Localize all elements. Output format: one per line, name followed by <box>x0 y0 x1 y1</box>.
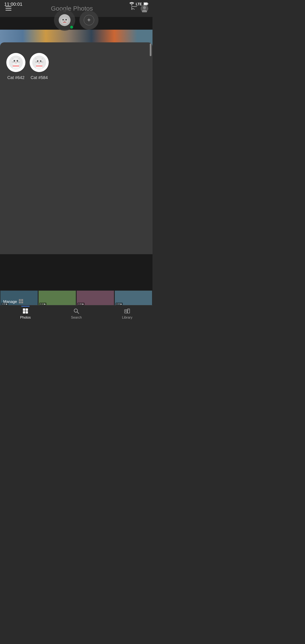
svg-rect-21 <box>13 64 19 69</box>
status-icons: LTE <box>130 2 148 6</box>
svg-rect-50 <box>23 308 25 311</box>
cat-item-584[interactable]: Cat #584 <box>30 53 49 80</box>
svg-point-29 <box>17 60 18 61</box>
svg-point-44 <box>41 60 41 61</box>
bottom-navigation: Photos Search Libra <box>0 305 152 322</box>
cat-label-584: Cat #584 <box>30 75 48 80</box>
svg-rect-22 <box>13 66 19 66</box>
svg-text:+: + <box>87 16 91 23</box>
status-time: 11:00:01 <box>4 2 22 7</box>
svg-point-16 <box>64 21 65 22</box>
svg-point-11 <box>61 17 68 23</box>
nav-item-photos[interactable]: Photos <box>16 306 35 322</box>
svg-point-26 <box>14 60 15 62</box>
wifi-icon <box>130 2 134 6</box>
svg-point-30 <box>16 62 16 62</box>
nav-label-search: Search <box>71 316 82 320</box>
scroll-indicator <box>150 44 152 56</box>
dropdown-panel: Cat #642 <box>0 42 152 254</box>
cat-fab[interactable] <box>54 10 75 31</box>
cat-items-list: Cat #642 <box>4 49 148 84</box>
svg-rect-53 <box>26 311 28 314</box>
status-bar: 11:00:01 LTE <box>0 0 152 8</box>
nav-item-library[interactable]: Library <box>118 306 136 322</box>
battery-icon <box>144 2 148 6</box>
manage-icon <box>19 299 23 304</box>
strip-thumb-2: 0:15 ▶ <box>38 291 76 306</box>
photos-icon <box>22 308 28 315</box>
svg-rect-52 <box>23 311 25 314</box>
manage-text: Manage <box>3 300 17 304</box>
svg-point-15 <box>66 19 67 20</box>
nav-label-photos: Photos <box>20 316 31 320</box>
cat-item-642[interactable]: Cat #642 <box>6 53 26 80</box>
cat-label-642: Cat #642 <box>7 75 24 80</box>
svg-point-41 <box>37 60 38 62</box>
svg-point-43 <box>38 60 38 61</box>
svg-point-28 <box>14 60 15 61</box>
svg-rect-2 <box>144 3 147 5</box>
svg-line-55 <box>77 312 79 314</box>
strip-thumb-4: 0:05 ▶ <box>115 291 152 306</box>
svg-rect-1 <box>148 3 148 4</box>
strip-thumb-3: 0:05 ▶ <box>77 291 114 306</box>
svg-rect-66 <box>21 302 23 303</box>
svg-point-42 <box>40 60 42 62</box>
search-icon <box>73 308 79 315</box>
nav-item-search[interactable]: Search <box>67 306 86 322</box>
library-icon <box>124 308 130 315</box>
svg-point-14 <box>62 19 64 20</box>
cat-avatar-584 <box>30 53 49 72</box>
notification-dot <box>70 25 74 29</box>
add-fab-button[interactable]: + <box>80 10 98 30</box>
cat-avatar-642 <box>6 53 26 72</box>
svg-point-45 <box>39 62 40 62</box>
svg-rect-64 <box>21 299 23 301</box>
lte-label: LTE <box>136 2 142 6</box>
svg-rect-63 <box>19 299 21 301</box>
nav-label-library: Library <box>122 316 132 320</box>
svg-rect-36 <box>36 64 42 69</box>
svg-rect-65 <box>19 302 21 303</box>
svg-point-27 <box>17 60 18 62</box>
svg-rect-5 <box>6 10 12 10</box>
svg-rect-51 <box>26 308 28 311</box>
svg-rect-17 <box>63 22 66 23</box>
manage-label-area: Manage <box>1 298 26 306</box>
svg-rect-37 <box>36 66 42 66</box>
active-indicator <box>21 306 30 306</box>
fab-area: + <box>54 10 98 31</box>
